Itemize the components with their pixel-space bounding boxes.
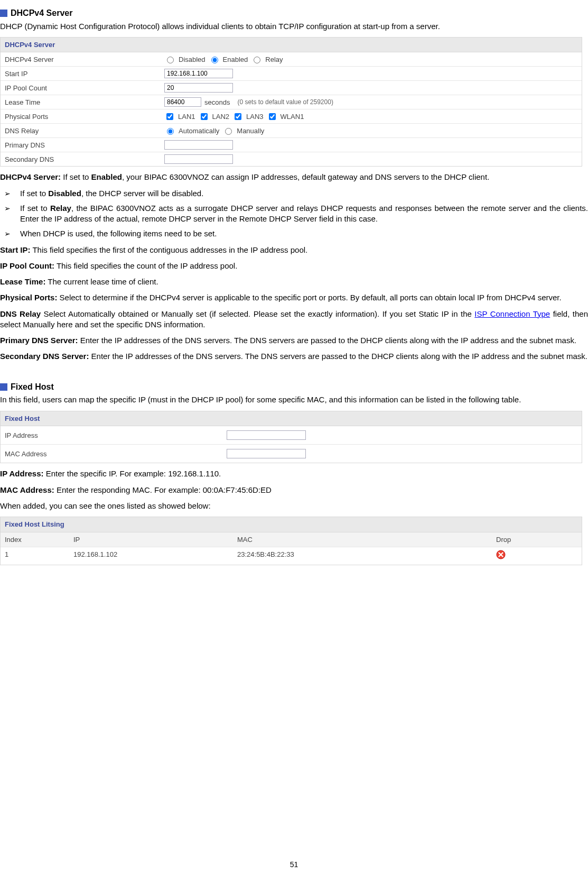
label-physical-ports: Physical Ports — [1, 110, 160, 124]
desc-secondary-dns: Secondary DNS Server: Enter the IP addre… — [0, 351, 588, 362]
label-secondary-dns: Secondary DNS — [1, 153, 160, 167]
radio-dns-auto-label: Automatically — [179, 126, 219, 136]
radio-enabled[interactable] — [211, 57, 218, 63]
fixed-host-header: Fixed Host — [1, 411, 582, 427]
chk-lan3-label: LAN3 — [246, 112, 264, 122]
radio-enabled-label: Enabled — [223, 55, 248, 65]
input-primary-dns[interactable] — [164, 140, 233, 150]
fh-listing-row: 1 192.168.1.102 23:24:5B:4B:22:33 — [1, 547, 582, 565]
input-pool-count[interactable] — [164, 83, 233, 93]
desc-pool-count: IP Pool Count: This field specifies the … — [0, 261, 588, 271]
desc-lease-time: Lease Time: The current lease time of cl… — [0, 277, 588, 287]
cell-drop — [492, 547, 582, 565]
label-dhcpv4-server: DHCPv4 Server — [1, 53, 160, 67]
row-primary-dns: Primary DNS — [1, 138, 582, 152]
link-isp-connection-type[interactable]: ISP Connection Type — [474, 309, 550, 318]
chk-wlan1[interactable] — [269, 113, 276, 120]
label-lease-time: Lease Time — [1, 96, 160, 109]
lease-hint: (0 sets to default value of 259200) — [237, 98, 333, 106]
desc-start-ip: Start IP: This field specifies the first… — [0, 245, 588, 255]
fixed-host-intro: In this field, users can map the specifi… — [0, 394, 588, 405]
radio-disabled[interactable] — [167, 57, 174, 63]
radio-dns-auto[interactable] — [167, 128, 174, 135]
label-fh-mac: MAC Address — [1, 447, 222, 461]
desc-primary-dns: Primary DNS Server: Enter the IP address… — [0, 335, 588, 346]
row-lease-time: Lease Time seconds (0 sets to default va… — [1, 95, 582, 109]
intro-text: DHCP (Dynamic Host Configuration Protoco… — [0, 21, 588, 32]
fixed-host-table: Fixed Host IP Address MAC Address — [0, 411, 582, 464]
bullet-list: If set to Disabled, the DHCP server will… — [0, 188, 588, 240]
desc-dns-relay: DNS Relay Select Automatically obtained … — [0, 309, 588, 330]
row-dhcpv4-server: DHCPv4 Server Disabled Enabled Relay — [1, 52, 582, 67]
input-fh-ip[interactable] — [227, 430, 306, 440]
desc-fh-added: When added, you can see the ones listed … — [0, 501, 588, 511]
col-drop: Drop — [492, 532, 582, 547]
input-start-ip[interactable] — [164, 69, 233, 78]
col-mac: MAC — [233, 532, 492, 547]
row-fh-ip: IP Address — [1, 426, 582, 445]
label-start-ip: Start IP — [1, 67, 160, 81]
heading-text: Fixed Host — [11, 382, 54, 391]
desc-dhcpv4-server: DHCPv4 Server: If set to Enabled, your B… — [0, 172, 588, 182]
desc-fh-mac: MAC Address: Enter the responding MAC. F… — [0, 485, 588, 495]
radio-disabled-label: Disabled — [179, 55, 206, 65]
row-fh-mac: MAC Address — [1, 445, 582, 463]
chk-lan2[interactable] — [201, 113, 208, 120]
row-dns-relay: DNS Relay Automatically Manually — [1, 124, 582, 138]
radio-dns-manual[interactable] — [225, 128, 232, 135]
bullet-relay: If set to Relay, the BIPAC 6300VNOZ acts… — [15, 203, 588, 225]
radio-relay[interactable] — [254, 57, 260, 63]
label-primary-dns: Primary DNS — [1, 139, 160, 152]
cell-ip: 192.168.1.102 — [69, 547, 233, 565]
fh-listing-header: Fixed Host Litsing — [1, 517, 582, 532]
fh-listing-columns: Index IP MAC Drop — [1, 532, 582, 548]
lease-unit: seconds — [204, 98, 230, 107]
heading-text: DHCPv4 Server — [11, 8, 72, 17]
col-index: Index — [1, 532, 69, 547]
label-fh-ip: IP Address — [1, 429, 222, 443]
chk-lan3[interactable] — [235, 113, 241, 120]
dhcpv4-table-header: DHCPv4 Server — [1, 38, 582, 53]
chk-lan1[interactable] — [166, 113, 173, 120]
bullet-square-icon — [0, 383, 7, 391]
delete-icon[interactable] — [496, 550, 506, 559]
col-ip: IP — [69, 532, 233, 547]
input-fh-mac[interactable] — [227, 449, 306, 458]
radio-dns-manual-label: Manually — [237, 126, 264, 136]
cell-mac: 23:24:5B:4B:22:33 — [233, 547, 492, 565]
row-start-ip: Start IP — [1, 67, 582, 81]
input-secondary-dns[interactable] — [164, 154, 233, 164]
desc-physical-ports: Physical Ports: Select to determine if t… — [0, 292, 588, 303]
label-pool-count: IP Pool Count — [1, 81, 160, 95]
radio-relay-label: Relay — [265, 55, 283, 65]
bullet-square-icon — [0, 10, 7, 17]
row-physical-ports: Physical Ports LAN1 LAN2 LAN3 WLAN1 — [1, 109, 582, 124]
chk-wlan1-label: WLAN1 — [281, 112, 304, 122]
chk-lan1-label: LAN1 — [178, 112, 195, 122]
label-dns-relay: DNS Relay — [1, 124, 160, 138]
desc-fh-ip: IP Address: Enter the specific IP. For e… — [0, 468, 588, 479]
cell-index: 1 — [1, 547, 69, 565]
fixed-host-listing: Fixed Host Litsing Index IP MAC Drop 1 1… — [0, 517, 582, 565]
chk-lan2-label: LAN2 — [212, 112, 230, 122]
row-secondary-dns: Secondary DNS — [1, 152, 582, 166]
bullet-disabled: If set to Disabled, the DHCP server will… — [15, 188, 588, 199]
desc-dhcpv4-server-label: DHCPv4 Server: — [0, 172, 61, 181]
section-heading-fixed-host: Fixed Host — [0, 381, 588, 393]
dhcpv4-table: DHCPv4 Server DHCPv4 Server Disabled Ena… — [0, 37, 582, 167]
input-lease-time[interactable] — [164, 97, 201, 107]
section-heading-dhcpv4: DHCPv4 Server — [0, 7, 588, 19]
row-pool-count: IP Pool Count — [1, 81, 582, 95]
bullet-when-used: When DHCP is used, the following items n… — [15, 228, 588, 239]
